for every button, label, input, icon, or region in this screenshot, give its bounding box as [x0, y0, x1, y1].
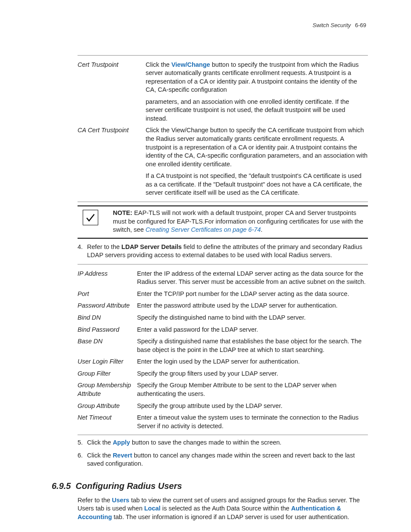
- ldap-server-details-label: LDAP Server Details: [121, 243, 182, 250]
- definition-row: Group FilterSpecify the group filters us…: [78, 368, 368, 380]
- definition-term: IP Address: [78, 268, 137, 288]
- step-5: 5. Click the Apply button to save the ch…: [78, 439, 368, 447]
- paragraph: If a CA trustpoint is not specified, the…: [146, 172, 368, 197]
- paragraph: Enter the password attribute used by the…: [137, 302, 368, 310]
- definition-term: Cert Trustpoint: [78, 59, 146, 125]
- definition-term: Port: [78, 288, 137, 300]
- note-label: NOTE:: [113, 209, 132, 216]
- step-number: 6.: [78, 451, 87, 468]
- text-run: is selected as the Auth Data Source with…: [161, 505, 291, 512]
- definition-description: Enter the IP address of the external LDA…: [137, 268, 368, 288]
- definition-term: Group Filter: [78, 368, 137, 380]
- note-link[interactable]: Creating Server Certificates on page 6-7…: [146, 226, 261, 233]
- definition-description: Click the View/Change button to specify …: [146, 124, 368, 199]
- paragraph: Specify the Group Member Attribute to be…: [137, 381, 368, 398]
- definition-description: Enter the TCP/IP port number for the LDA…: [137, 288, 368, 300]
- definition-row: Base DNSpecify a distinguished name that…: [78, 336, 368, 356]
- step-text: Click the Apply button to save the chang…: [87, 439, 368, 447]
- paragraph: Enter a timeout value the system uses to…: [137, 414, 368, 430]
- definition-row: Cert TrustpointClick the View/Change but…: [78, 59, 368, 125]
- definition-row: User Login FilterEnter the login used by…: [78, 356, 368, 368]
- definition-term: Base DN: [78, 336, 137, 356]
- step-list-2: 5. Click the Apply button to save the ch…: [78, 439, 368, 468]
- definition-description: Specify the distinguished name to bind w…: [137, 312, 368, 324]
- paragraph: Enter the IP address of the external LDA…: [137, 270, 368, 286]
- text-run: If a CA trustpoint is not specified, the…: [146, 172, 362, 196]
- definition-term: Bind DN: [78, 312, 137, 324]
- paragraph: Specify the distinguished name to bind w…: [137, 314, 368, 322]
- definition-description: Enter a timeout value the system uses to…: [137, 412, 368, 432]
- inline-link[interactable]: View/Change: [171, 61, 210, 68]
- definition-description: Specify the group attribute used by the …: [137, 400, 368, 412]
- divider: [78, 202, 368, 202]
- revert-button-label: Revert: [113, 452, 132, 459]
- definition-term: User Login Filter: [78, 356, 137, 368]
- definition-description: Specify the group filters used by your L…: [137, 368, 368, 380]
- definition-description: Enter a valid password for the LDAP serv…: [137, 324, 368, 336]
- inline-link[interactable]: Users: [112, 497, 129, 504]
- section-heading: 6.9.5 Configuring Radius Users: [52, 480, 368, 492]
- apply-button-label: Apply: [113, 439, 130, 446]
- paragraph: Specify the group attribute used by the …: [137, 402, 368, 411]
- definition-row: Net TimeoutEnter a timeout value the sys…: [78, 412, 368, 432]
- step-text: Click the Revert button to cancel any ch…: [87, 451, 368, 468]
- step-6: 6. Click the Revert button to cancel any…: [78, 451, 368, 468]
- step-list-1: 4. Refer to the LDAP Server Details fiel…: [78, 243, 368, 260]
- text-run: tab. The user information is ignored if …: [112, 513, 349, 520]
- step-number: 4.: [78, 243, 87, 260]
- ldap-field-definitions: IP AddressEnter the IP address of the ex…: [78, 268, 368, 432]
- definition-term: Net Timeout: [78, 412, 137, 432]
- page-number: 6-69: [355, 22, 366, 28]
- paragraph: Enter the TCP/IP port number for the LDA…: [137, 290, 368, 299]
- section-body-text: Refer to the Users tab to view the curre…: [78, 496, 368, 522]
- divider: [78, 435, 368, 435]
- definition-description: Enter the login used by the LDAP server …: [137, 356, 368, 368]
- definition-row: IP AddressEnter the IP address of the ex…: [78, 268, 368, 288]
- paragraph: Enter a valid password for the LDAP serv…: [137, 326, 368, 334]
- definition-term: Group Attribute: [78, 400, 137, 412]
- paragraph: parameters, and an association with one …: [146, 98, 368, 123]
- trustpoint-definitions: Cert TrustpointClick the View/Change but…: [78, 59, 368, 199]
- definition-description: Specify the Group Member Attribute to be…: [137, 380, 368, 400]
- definition-row: Group Membership AttributeSpecify the Gr…: [78, 380, 368, 400]
- text-run: Click the View/Change button to specify …: [146, 127, 367, 167]
- paragraph: Specify the group filters used by your L…: [137, 370, 368, 378]
- page-header: Switch Security 6-69: [52, 22, 368, 29]
- definition-row: Group AttributeSpecify the group attribu…: [78, 400, 368, 412]
- definition-row: Password AttributeEnter the password att…: [78, 300, 368, 312]
- note-icon-wrap: [78, 209, 105, 225]
- definition-term: Bind Password: [78, 324, 137, 336]
- step-number: 5.: [78, 439, 87, 447]
- definition-row: Bind DNSpecify the distinguished name to…: [78, 312, 368, 324]
- divider: [78, 55, 368, 56]
- step-text: Refer to the LDAP Server Details field t…: [87, 243, 368, 260]
- definition-row: PortEnter the TCP/IP port number for the…: [78, 288, 368, 300]
- text-run: Click the: [146, 61, 171, 68]
- text-run: Refer to the: [78, 497, 112, 504]
- definition-row: CA Cert TrustpointClick the View/Change …: [78, 124, 368, 199]
- main-content: Cert TrustpointClick the View/Change but…: [78, 55, 368, 522]
- definition-description: Enter the password attribute used by the…: [137, 300, 368, 312]
- section-number: 6.9.5: [52, 481, 71, 491]
- checkmark-icon: [83, 210, 98, 225]
- note-body-post: .: [261, 226, 262, 233]
- paragraph: Click the View/Change button to specify …: [146, 61, 368, 94]
- paragraph: Enter the login used by the LDAP server …: [137, 358, 368, 366]
- text-run: parameters, and an association with one …: [146, 98, 349, 122]
- step-4: 4. Refer to the LDAP Server Details fiel…: [78, 243, 368, 260]
- definition-row: Bind PasswordEnter a valid password for …: [78, 324, 368, 336]
- definition-description: Click the View/Change button to specify …: [146, 59, 368, 125]
- definition-term: Password Attribute: [78, 300, 137, 312]
- section-body: Refer to the Users tab to view the curre…: [78, 496, 368, 522]
- note-block: NOTE: EAP-TLS will not work with a defau…: [78, 205, 368, 239]
- definition-term: Group Membership Attribute: [78, 380, 137, 400]
- paragraph: Specify a distinguished name that establ…: [137, 337, 368, 354]
- divider: [78, 264, 368, 264]
- paragraph: Click the View/Change button to specify …: [146, 126, 368, 168]
- note-text: NOTE: EAP-TLS will not work with a defau…: [105, 209, 368, 234]
- section-title: Configuring Radius Users: [76, 481, 182, 491]
- chapter-name: Switch Security: [312, 22, 351, 28]
- definition-description: Specify a distinguished name that establ…: [137, 336, 368, 356]
- definition-term: CA Cert Trustpoint: [78, 124, 146, 199]
- inline-link[interactable]: Local: [144, 505, 161, 512]
